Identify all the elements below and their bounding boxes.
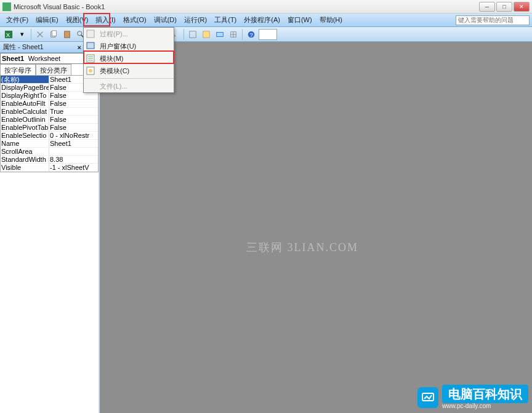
menu-help[interactable]: 帮助(H) <box>316 14 346 26</box>
property-row[interactable]: StandardWidth8.38 <box>1 156 98 164</box>
help-search-input[interactable] <box>456 15 530 25</box>
tool-excel-icon[interactable]: X <box>2 28 15 41</box>
properties-panel-title-text: 属性 - Sheet1 <box>2 42 44 52</box>
property-row[interactable]: NameSheet1 <box>1 140 98 148</box>
menu-tools[interactable]: 工具(T) <box>211 14 240 26</box>
menu-file[interactable]: 文件(F) <box>2 14 32 26</box>
menu-insert[interactable]: 插入(I) <box>92 14 119 26</box>
tool-copy-icon[interactable] <box>47 28 60 41</box>
toolbar-sep <box>183 29 184 40</box>
tool-object-icon[interactable] <box>214 28 226 41</box>
menu-separator <box>84 78 174 79</box>
svg-rect-17 <box>87 42 94 49</box>
menu-debug[interactable]: 调试(D) <box>150 14 180 26</box>
svg-text:?: ? <box>249 31 252 38</box>
tab-categorized[interactable]: 按分类序 <box>36 64 71 76</box>
tab-alphabetic[interactable]: 按字母序 <box>0 64 36 76</box>
svg-point-23 <box>89 69 92 73</box>
properties-close-button[interactable]: × <box>78 44 81 51</box>
tool-help-icon[interactable]: ? <box>245 28 257 41</box>
svg-text:X: X <box>6 31 10 38</box>
form-icon <box>85 41 96 51</box>
tool-properties-icon[interactable] <box>200 28 212 41</box>
tool-paste-icon[interactable] <box>61 28 73 41</box>
mdi-client-area <box>100 42 532 413</box>
svg-rect-13 <box>217 32 224 36</box>
menu-item-module[interactable]: 模块(M) <box>84 52 174 65</box>
svg-rect-3 <box>52 30 56 36</box>
properties-tabs: 按字母序 按分类序 <box>0 64 71 76</box>
proc-icon <box>85 29 96 39</box>
window-controls: ─ □ ✕ <box>479 2 530 12</box>
toolbar-sep <box>242 29 243 40</box>
window-title: Microsoft Visual Basic - Book1 <box>14 3 479 10</box>
property-row[interactable]: EnablePivotTabFalse <box>1 124 98 132</box>
menu-view[interactable]: 视图(V) <box>62 14 92 26</box>
property-row[interactable]: EnableOutlininFalse <box>1 116 98 124</box>
app-icon <box>2 2 11 11</box>
menu-item-procedure[interactable]: 过程(P)... <box>84 28 174 40</box>
menu-run[interactable]: 运行(R) <box>180 14 211 26</box>
property-row[interactable]: Visible-1 - xlSheetV <box>1 164 98 172</box>
svg-rect-16 <box>87 30 94 38</box>
tool-cut-icon[interactable] <box>34 28 46 41</box>
svg-rect-4 <box>65 31 70 38</box>
property-row[interactable]: EnableAutoFiltFalse <box>1 100 98 108</box>
menu-item-file[interactable]: 文件(L)... <box>84 80 174 92</box>
object-type: Worksheet <box>28 55 60 62</box>
property-row[interactable]: EnableCalculatTrue <box>1 108 98 116</box>
tool-toolbox-icon[interactable] <box>227 28 240 41</box>
menu-edit[interactable]: 编辑(E) <box>32 14 62 26</box>
tool-dropdown-icon[interactable]: ▾ <box>16 28 28 41</box>
svg-rect-11 <box>190 31 196 38</box>
toolbar-sep <box>31 29 31 40</box>
insert-menu-dropdown: 过程(P)... 用户窗体(U) 模块(M) 类模块(C) 文件(L)... <box>83 27 174 93</box>
property-row[interactable]: ScrollArea <box>1 148 98 156</box>
close-button[interactable]: ✕ <box>514 2 530 12</box>
svg-point-5 <box>78 31 82 35</box>
menu-item-userform[interactable]: 用户窗体(U) <box>84 40 174 52</box>
menu-format[interactable]: 格式(O) <box>119 14 150 26</box>
tool-position-combo[interactable] <box>259 29 277 40</box>
menu-bar: 文件(F) 编辑(E) 视图(V) 插入(I) 格式(O) 调试(D) 运行(R… <box>0 14 532 27</box>
minimize-button[interactable]: ─ <box>479 2 495 12</box>
maximize-button[interactable]: □ <box>496 2 512 12</box>
property-row[interactable]: EnableSelectio0 - xlNoRestr <box>1 132 98 140</box>
module-icon <box>85 54 96 63</box>
svg-rect-12 <box>203 31 210 38</box>
properties-panel-title: 属性 - Sheet1 × <box>0 42 84 53</box>
menu-item-class-module[interactable]: 类模块(C) <box>84 65 174 77</box>
menu-window[interactable]: 窗口(W) <box>284 14 316 26</box>
title-bar: Microsoft Visual Basic - Book1 ─ □ ✕ <box>0 0 532 14</box>
toolbar: X ▾ ? <box>0 27 532 42</box>
object-name: Sheet1 <box>2 55 24 62</box>
class-icon <box>85 66 96 76</box>
tool-project-icon[interactable] <box>187 28 199 41</box>
menu-addins[interactable]: 外接程序(A) <box>240 14 284 26</box>
